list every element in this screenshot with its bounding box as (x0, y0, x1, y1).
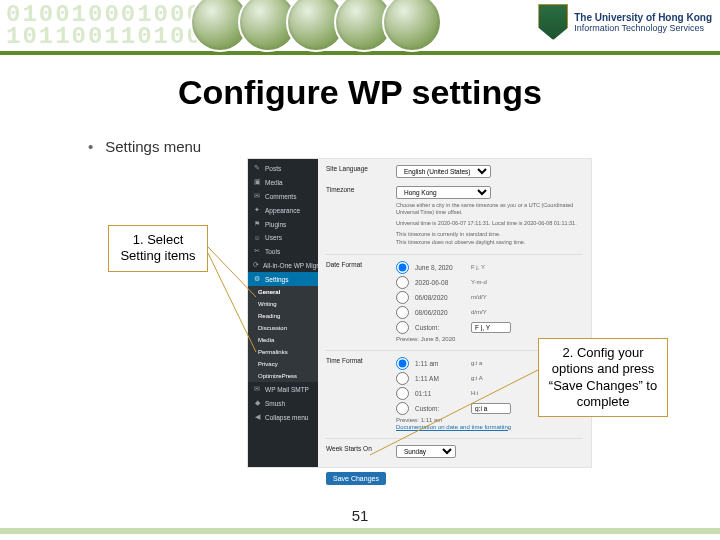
timeformat-custom[interactable]: Custom: (396, 402, 511, 415)
select-weekstart[interactable]: Sunday (396, 445, 456, 458)
dateformat-opt[interactable]: 2020-06-08Y-m-d (396, 276, 511, 289)
user-icon: ☺ (253, 234, 261, 241)
sidebar-item-aio[interactable]: ⟳All-in-One WP Migration (248, 258, 318, 272)
comment-icon: ✉ (253, 192, 261, 200)
label-site-lang: Site Language (326, 165, 388, 172)
page-number: 51 (0, 507, 720, 524)
timezone-desc2: Universal time is 2020-06-07 17:11:31. L… (396, 220, 583, 227)
plug-icon: ⚑ (253, 220, 261, 228)
migrate-icon: ⟳ (253, 261, 259, 269)
smush-icon: ◆ (253, 399, 261, 407)
sidebar-collapse[interactable]: ◀Collapse menu (248, 410, 318, 424)
wp-admin-screenshot: ✎Posts ▣Media ✉Comments ✦Appearance ⚑Plu… (247, 158, 592, 468)
sidebar-item-comments[interactable]: ✉Comments (248, 189, 318, 203)
dateformat-options: June 8, 2020F j, Y 2020-06-08Y-m-d 06/08… (396, 261, 511, 342)
gear-icon: ⚙ (253, 275, 261, 283)
brush-icon: ✦ (253, 206, 261, 214)
sidebar-item-posts[interactable]: ✎Posts (248, 161, 318, 175)
sidebar-sub-writing[interactable]: Writing (248, 298, 318, 310)
timeformat-options: 1:11 amg:i a 1:11 AMg:i A 01:11H:i Custo… (396, 357, 511, 430)
sidebar-item-plugins[interactable]: ⚑Plugins (248, 217, 318, 231)
sidebar-sub-privacy[interactable]: Privacy (248, 358, 318, 370)
docs-link[interactable]: Documentation on date and time formattin… (396, 424, 511, 430)
pin-icon: ✎ (253, 164, 261, 172)
sidebar-item-settings[interactable]: ⚙Settings (248, 272, 318, 286)
media-icon: ▣ (253, 178, 261, 186)
banner-circles (190, 0, 442, 62)
collapse-icon: ◀ (253, 413, 261, 421)
dateformat-opt[interactable]: 08/06/2020d/m/Y (396, 306, 511, 319)
bullet-icon: • (88, 138, 93, 155)
timezone-desc3: This timezone is currently in standard t… (396, 231, 583, 238)
sidebar-item-mail[interactable]: ✉WP Mail SMTP (248, 382, 318, 396)
timeformat-opt[interactable]: 1:11 AMg:i A (396, 372, 511, 385)
callout-config-save: 2. Config your options and press “Save C… (538, 338, 668, 417)
sidebar-sub-discussion[interactable]: Discussion (248, 322, 318, 334)
hku-logo-block: The University of Hong Kong Information … (538, 4, 712, 40)
sidebar-item-tools[interactable]: ✂Tools (248, 244, 318, 258)
label-timeformat: Time Format (326, 357, 388, 364)
sidebar-item-smush[interactable]: ◆Smush (248, 396, 318, 410)
bullet-settings-menu: • Settings menu (88, 138, 720, 155)
save-changes-button[interactable]: Save Changes (326, 472, 386, 485)
sidebar-sub-permalinks[interactable]: Permalinks (248, 346, 318, 358)
sidebar-sub-reading[interactable]: Reading (248, 310, 318, 322)
select-timezone[interactable]: Hong Kong (396, 186, 491, 199)
sidebar-sub-general[interactable]: General (248, 286, 318, 298)
select-site-lang[interactable]: English (United States) (396, 165, 491, 178)
sidebar-sub-optimize[interactable]: OptimizePress (248, 370, 318, 382)
dateformat-opt[interactable]: June 8, 2020F j, Y (396, 261, 511, 274)
hku-line2: Information Technology Services (574, 23, 712, 33)
sidebar-sub-media[interactable]: Media (248, 334, 318, 346)
wp-sidebar: ✎Posts ▣Media ✉Comments ✦Appearance ⚑Plu… (248, 159, 318, 467)
footer-bar (0, 528, 720, 534)
label-weekstart: Week Starts On (326, 445, 388, 452)
sidebar-item-appearance[interactable]: ✦Appearance (248, 203, 318, 217)
dateformat-opt[interactable]: 06/08/2020m/d/Y (396, 291, 511, 304)
binary-decor: 0100100010001 1011001101001 (0, 0, 220, 55)
timeformat-opt[interactable]: 1:11 amg:i a (396, 357, 511, 370)
timeformat-opt[interactable]: 01:11H:i (396, 387, 511, 400)
slide-banner: 0100100010001 1011001101001 The Universi… (0, 0, 720, 55)
bullet-label: Settings menu (105, 138, 201, 155)
sidebar-item-media[interactable]: ▣Media (248, 175, 318, 189)
label-dateformat: Date Format (326, 261, 388, 268)
callout-select-settings: 1. Select Setting items (108, 225, 208, 272)
slide-title: Configure WP settings (0, 73, 720, 112)
sidebar-item-users[interactable]: ☺Users (248, 231, 318, 244)
mail-icon: ✉ (253, 385, 261, 393)
timezone-desc4: This timezone does not observe daylight … (396, 239, 583, 246)
hku-line1: The University of Hong Kong (574, 12, 712, 23)
label-timezone: Timezone (326, 186, 388, 193)
wp-main-panel: Site Language English (United States) Ti… (318, 159, 591, 467)
timezone-desc1: Choose either a city in the same timezon… (396, 202, 583, 216)
wrench-icon: ✂ (253, 247, 261, 255)
hku-shield-icon (538, 4, 568, 40)
dateformat-custom[interactable]: Custom: (396, 321, 511, 334)
